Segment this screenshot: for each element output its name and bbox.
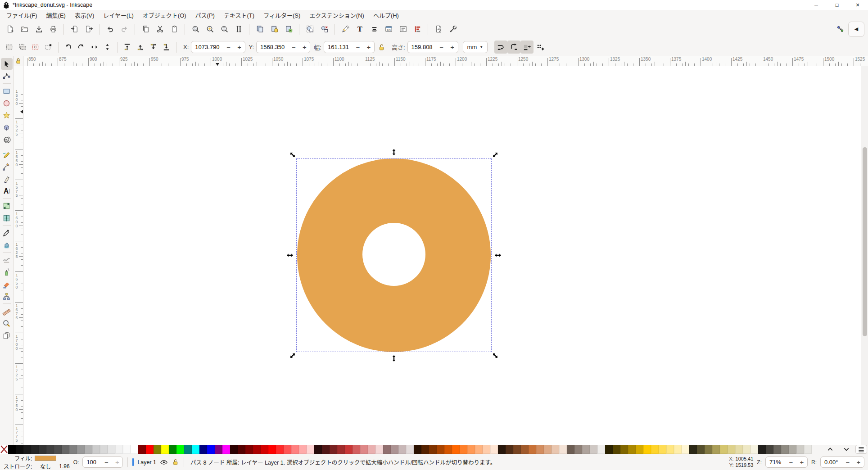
palette-swatch[interactable] xyxy=(444,445,452,454)
rectangle-tool-button[interactable] xyxy=(1,85,13,97)
palette-swatch[interactable] xyxy=(16,445,23,454)
palette-swatch[interactable] xyxy=(353,445,360,454)
calligraphy-tool-button[interactable] xyxy=(1,173,13,185)
palette-swatch[interactable] xyxy=(582,445,590,454)
unlink-clone-button[interactable] xyxy=(281,22,296,36)
palette-swatch[interactable] xyxy=(23,445,31,454)
palette-swatch[interactable] xyxy=(146,445,154,454)
rotate-ccw-button[interactable] xyxy=(62,41,75,54)
palette-swatch[interactable] xyxy=(8,445,16,454)
palette-swatch[interactable] xyxy=(230,445,238,454)
text-dialog-button[interactable]: T xyxy=(353,22,367,36)
palette-swatch[interactable] xyxy=(437,445,444,454)
palette-swatch[interactable] xyxy=(605,445,613,454)
stroke-value[interactable]: なし xyxy=(35,462,56,470)
x-decrement-button[interactable]: − xyxy=(223,41,234,53)
palette-swatch[interactable] xyxy=(238,445,245,454)
menu-extensions[interactable]: エクステンション(N) xyxy=(305,10,369,20)
zoom-tool-button[interactable] xyxy=(1,317,13,329)
selection-handle-s[interactable] xyxy=(390,354,398,362)
palette-swatch[interactable] xyxy=(391,445,398,454)
palette-swatch[interactable] xyxy=(728,445,735,454)
palette-swatch[interactable] xyxy=(735,445,743,454)
rotation-spinbox[interactable]: 0.00° − + xyxy=(820,456,864,468)
box3d-tool-button[interactable] xyxy=(1,122,13,133)
height-increment-button[interactable]: + xyxy=(447,41,458,53)
palette-swatch[interactable] xyxy=(398,445,406,454)
selection-handle-n[interactable] xyxy=(390,148,398,156)
palette-swatch[interactable] xyxy=(766,445,773,454)
palette-swatch[interactable] xyxy=(69,445,77,454)
palette-swatch[interactable] xyxy=(375,445,383,454)
palette-swatch[interactable] xyxy=(643,445,651,454)
redo-button[interactable] xyxy=(117,22,131,36)
palette-swatch[interactable] xyxy=(804,445,812,454)
palette-swatch[interactable] xyxy=(330,445,337,454)
selection-handle-sw[interactable] xyxy=(289,352,297,360)
palette-swatch[interactable] xyxy=(100,445,108,454)
units-dropdown[interactable]: mm ▼ xyxy=(463,41,488,53)
deselect-button[interactable] xyxy=(29,41,42,54)
selection-handle-se[interactable] xyxy=(491,352,499,360)
palette-swatch[interactable] xyxy=(712,445,720,454)
palette-swatch[interactable] xyxy=(345,445,353,454)
palette-swatch[interactable] xyxy=(154,445,161,454)
opacity-decrement-button[interactable]: − xyxy=(101,457,112,467)
minimize-button[interactable]: ─ xyxy=(806,0,827,10)
palette-swatch[interactable] xyxy=(796,445,804,454)
menu-help[interactable]: ヘルプ(H) xyxy=(369,10,403,20)
palette-swatch[interactable] xyxy=(628,445,636,454)
height-decrement-button[interactable]: − xyxy=(436,41,447,53)
palette-swatch[interactable] xyxy=(414,445,421,454)
zoom-selection-button[interactable] xyxy=(188,22,203,36)
ruler-corner-lock[interactable] xyxy=(14,56,23,66)
width-increment-button[interactable]: + xyxy=(363,41,374,53)
gradient-tool-button[interactable] xyxy=(1,200,13,212)
palette-swatch[interactable] xyxy=(705,445,712,454)
zoom-decrement-button[interactable]: − xyxy=(786,457,796,467)
eraser-tool-button[interactable] xyxy=(1,278,13,290)
fill-color-swatch[interactable] xyxy=(35,456,56,461)
palette-swatch[interactable] xyxy=(758,445,766,454)
flip-vertical-button[interactable] xyxy=(101,41,114,54)
palette-swatch[interactable] xyxy=(490,445,498,454)
palette-swatch[interactable] xyxy=(574,445,582,454)
text-tool-button[interactable]: A xyxy=(1,185,13,197)
y-value[interactable]: 1568.350 xyxy=(257,44,288,50)
rotate-cw-button[interactable] xyxy=(75,41,88,54)
fill-stroke-dialog-button[interactable] xyxy=(338,22,353,36)
layer-visibility-eye-icon[interactable] xyxy=(160,458,168,466)
palette-swatch[interactable] xyxy=(184,445,192,454)
selection-handle-e[interactable] xyxy=(494,251,502,259)
palette-swatch[interactable] xyxy=(460,445,467,454)
palette-swatch[interactable] xyxy=(115,445,123,454)
maximize-button[interactable]: □ xyxy=(827,0,847,10)
palette-swatch[interactable] xyxy=(161,445,169,454)
selection-bbox-toggle-button[interactable] xyxy=(42,41,55,54)
palette-swatch[interactable] xyxy=(123,445,131,454)
menu-path[interactable]: パス(P) xyxy=(191,10,219,20)
palette-swatch[interactable] xyxy=(176,445,184,454)
rotation-increment-button[interactable]: + xyxy=(853,457,864,467)
dropper-tool-button[interactable] xyxy=(1,227,13,239)
flip-horizontal-button[interactable] xyxy=(88,41,101,54)
palette-swatch[interactable] xyxy=(368,445,375,454)
palette-swatch[interactable] xyxy=(131,445,138,454)
menu-object[interactable]: オブジェクト(O) xyxy=(138,10,191,20)
palette-swatch[interactable] xyxy=(452,445,460,454)
rotation-decrement-button[interactable]: − xyxy=(842,457,853,467)
star-tool-button[interactable] xyxy=(1,109,13,121)
palette-swatch[interactable] xyxy=(620,445,628,454)
palette-swatch[interactable] xyxy=(506,445,513,454)
zoom-drawing-button[interactable] xyxy=(203,22,217,36)
palette-swatch[interactable] xyxy=(261,445,268,454)
palette-swatch[interactable] xyxy=(529,445,536,454)
opacity-value[interactable]: 100 xyxy=(83,459,101,465)
palette-swatch[interactable] xyxy=(552,445,559,454)
spiral-tool-button[interactable] xyxy=(1,134,13,145)
menu-edit[interactable]: 編集(E) xyxy=(42,10,70,20)
palette-swatch[interactable] xyxy=(322,445,330,454)
preferences-button[interactable] xyxy=(446,22,460,36)
x-spinbox[interactable]: 1073.790 − + xyxy=(191,41,245,53)
lower-button[interactable] xyxy=(147,41,160,54)
